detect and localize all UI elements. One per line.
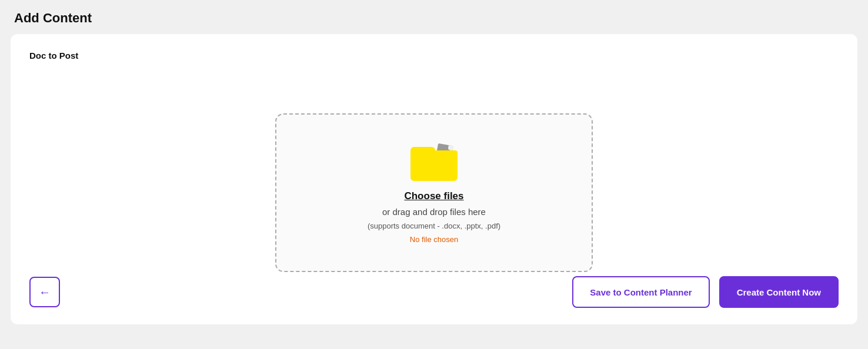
dropzone-wrapper: Choose files or drag and drop files here… [29, 77, 839, 308]
back-button[interactable]: ← [29, 277, 60, 307]
back-arrow-icon: ← [39, 286, 51, 299]
main-card: Doc to Post Choose files or drag and dro… [11, 34, 857, 324]
drag-drop-text: or drag and drop files here [382, 207, 486, 217]
page-title: Add Content [14, 11, 854, 26]
supports-text: (supports document - .docx, .pptx, .pdf) [368, 222, 500, 230]
choose-files-link[interactable]: Choose files [404, 190, 463, 202]
footer-actions: ← Save to Content Planner Create Content… [29, 276, 839, 308]
section-label: Doc to Post [29, 51, 839, 61]
folder-icon [410, 141, 458, 181]
save-to-content-planner-button[interactable]: Save to Content Planner [572, 276, 709, 308]
create-content-now-button[interactable]: Create Content Now [719, 276, 839, 308]
file-dropzone[interactable]: Choose files or drag and drop files here… [275, 113, 593, 272]
right-buttons: Save to Content Planner Create Content N… [572, 276, 839, 308]
no-file-chosen-text: No file chosen [410, 235, 458, 244]
